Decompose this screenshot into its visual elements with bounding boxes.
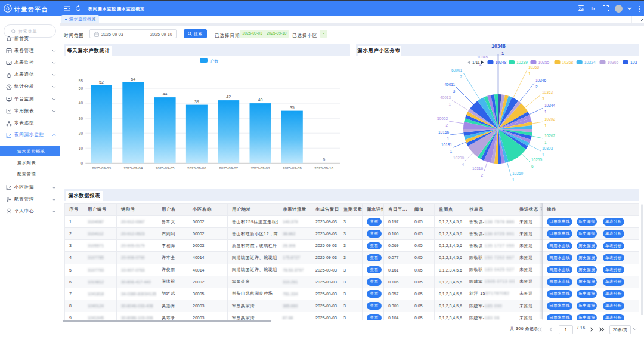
- svg-text:2025-09-03: 2025-09-03: [92, 166, 111, 170]
- svg-text:10344: 10344: [544, 103, 555, 107]
- svg-text:10345: 10345: [477, 55, 488, 59]
- svg-text:1: 1: [542, 153, 544, 157]
- svg-text:3: 3: [542, 97, 544, 101]
- svg-text:10255: 10255: [531, 158, 542, 162]
- svg-text:40013: 40013: [440, 95, 451, 100]
- svg-text:10200: 10200: [453, 156, 464, 160]
- svg-text:户数: 户数: [210, 59, 219, 63]
- svg-text:1: 1: [447, 137, 449, 141]
- svg-text:10202: 10202: [544, 117, 555, 121]
- svg-text:30: 30: [79, 116, 83, 121]
- svg-text:50002: 50002: [437, 116, 448, 121]
- svg-text:50: 50: [79, 86, 83, 90]
- svg-text:10262: 10262: [544, 134, 555, 138]
- svg-text:10303: 10303: [542, 146, 553, 150]
- svg-text:10363: 10363: [542, 90, 553, 94]
- svg-text:44: 44: [163, 92, 168, 96]
- svg-text:2025-09-07: 2025-09-07: [219, 166, 238, 170]
- svg-text:35: 35: [290, 106, 295, 110]
- svg-text:2: 2: [535, 85, 538, 89]
- svg-text:40: 40: [258, 98, 263, 102]
- svg-text:10368: 10368: [528, 65, 539, 69]
- svg-text:10239: 10239: [516, 60, 528, 64]
- svg-text:39: 39: [194, 100, 199, 104]
- svg-text:2025-09-06: 2025-09-06: [187, 166, 206, 170]
- svg-text:0: 0: [80, 161, 83, 165]
- svg-text:10316: 10316: [472, 167, 483, 171]
- svg-text:103: 103: [630, 60, 637, 64]
- svg-text:0: 0: [323, 158, 325, 162]
- svg-text:1: 1: [448, 102, 451, 106]
- svg-text:10365: 10365: [608, 60, 619, 64]
- svg-text:2: 2: [445, 123, 448, 127]
- svg-text:52: 52: [99, 80, 104, 84]
- svg-text:6: 6: [531, 164, 534, 168]
- svg-text:1: 1: [512, 178, 515, 182]
- svg-text:4: 4: [462, 162, 464, 167]
- svg-text:20: 20: [79, 131, 83, 135]
- svg-text:10348: 10348: [496, 60, 507, 64]
- svg-text:60001: 60001: [451, 68, 462, 72]
- svg-text:2: 2: [481, 173, 483, 177]
- svg-text:2025-09-08: 2025-09-08: [251, 166, 270, 170]
- svg-text:10260: 10260: [512, 171, 523, 175]
- svg-text:1: 1: [544, 140, 547, 144]
- svg-text:2025-09-05: 2025-09-05: [156, 166, 175, 170]
- svg-text:2025-09-09: 2025-09-09: [283, 166, 302, 170]
- svg-text:2025-09-04: 2025-09-04: [123, 166, 143, 170]
- svg-text:2: 2: [460, 75, 462, 79]
- svg-text:3: 3: [453, 89, 455, 93]
- svg-text:10348: 10348: [491, 43, 506, 49]
- svg-text:40: 40: [79, 101, 83, 105]
- svg-text:40011: 40011: [444, 82, 455, 87]
- svg-text:10368: 10368: [562, 60, 574, 64]
- svg-text:10324: 10324: [584, 60, 596, 64]
- svg-text:10346: 10346: [535, 78, 546, 82]
- svg-text:1/11: 1/11: [472, 60, 480, 64]
- svg-text:1: 1: [528, 72, 531, 76]
- svg-text:2025-09-10: 2025-09-10: [314, 166, 333, 170]
- svg-text:10181: 10181: [441, 143, 452, 147]
- svg-text:1: 1: [450, 149, 452, 153]
- svg-text:54: 54: [131, 77, 135, 81]
- svg-text:10166: 10166: [438, 130, 449, 134]
- svg-text:1: 1: [544, 124, 547, 128]
- svg-text:1: 1: [501, 51, 504, 56]
- svg-text:55: 55: [79, 79, 83, 83]
- svg-text:10: 10: [79, 146, 83, 150]
- svg-text:42: 42: [226, 95, 231, 99]
- svg-text:10355: 10355: [538, 60, 550, 64]
- svg-text:1: 1: [544, 110, 547, 114]
